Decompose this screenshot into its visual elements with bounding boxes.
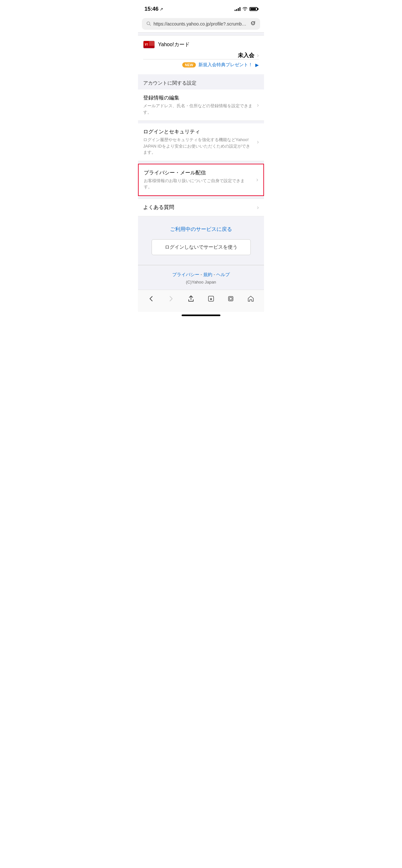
privacy-chevron: ›	[256, 176, 258, 183]
top-spacer	[138, 33, 264, 35]
url-search-icon	[146, 21, 151, 27]
status-bar: 15:46 ↗	[138, 0, 264, 16]
yahoo-card-logo: Y!	[143, 41, 155, 49]
account-settings-title: アカウントに関する設定	[143, 80, 197, 86]
menu-item-security-title: ログインとセキュリティ	[143, 128, 253, 135]
back-icon	[148, 295, 155, 304]
yahoo-card-chevron: ›	[257, 52, 259, 59]
menu-gap-1	[138, 121, 264, 123]
security-chevron: ›	[257, 138, 259, 145]
terms-link[interactable]: 規約	[203, 272, 212, 277]
svg-line-1	[150, 24, 151, 26]
footer-section: ご利用中のサービスに戻る ログインしないでサービスを使う	[138, 216, 264, 265]
new-banner-arrow: ▶	[255, 62, 259, 67]
menu-item-security-desc: ログイン履歴やセキュリティを強化する機能などYahoo! JAPAN IDをより…	[143, 136, 253, 156]
copyright: (C)Yahoo Japan	[143, 280, 259, 284]
nav-back-button[interactable]	[145, 294, 157, 306]
loginless-button[interactable]: ログインしないでサービスを使う	[151, 239, 251, 255]
svg-rect-5	[143, 46, 154, 49]
menu-item-profile-title: 登録情報の編集	[143, 95, 253, 101]
nav-share-button[interactable]	[185, 294, 197, 306]
new-badge: NEW	[182, 62, 196, 67]
section-gap	[138, 74, 264, 77]
faq-item[interactable]: よくある質問 ›	[138, 198, 264, 216]
menu-item-privacy-content: プライバシー・メール配信 お客様情報のお取り扱いについてご自身で設定できます。	[144, 169, 256, 190]
home-icon	[247, 295, 254, 304]
help-link[interactable]: ヘルプ	[216, 272, 230, 277]
url-text: https://accounts.yahoo.co.jp/profile?.sc…	[153, 21, 248, 27]
yahoo-card-row: Y! Yahoo!カード	[143, 41, 259, 49]
footer-links-row: プライバシー - 規約 - ヘルプ	[143, 272, 259, 278]
nav-tabs-button[interactable]	[225, 294, 237, 306]
separator-1: -	[200, 272, 203, 277]
nav-bookmark-button[interactable]	[205, 294, 217, 306]
faq-chevron: ›	[257, 204, 259, 211]
menu-item-privacy-title: プライバシー・メール配信	[144, 169, 252, 176]
yahoo-card-status: 未入会	[238, 52, 254, 59]
nav-home-button[interactable]	[245, 294, 257, 306]
forward-icon	[167, 295, 174, 304]
tabs-icon	[227, 295, 234, 304]
yahoo-card-status-row[interactable]: 未入会 ›	[143, 52, 259, 59]
status-icons	[235, 6, 258, 11]
reload-icon[interactable]	[251, 21, 256, 27]
menu-item-profile-content: 登録情報の編集 メールアドレス、氏名・住所などの登録情報を設定できます。	[143, 95, 257, 115]
battery-icon	[250, 7, 258, 11]
url-bar[interactable]: https://accounts.yahoo.co.jp/profile?.sc…	[142, 18, 260, 30]
menu-gap-3	[138, 196, 264, 198]
return-service-link[interactable]: ご利用中のサービスに戻る	[143, 226, 259, 233]
menu-item-profile-desc: メールアドレス、氏名・住所などの登録情報を設定できます。	[143, 103, 253, 115]
signal-icon	[235, 7, 240, 11]
yahoo-card-name: Yahoo!カード	[158, 41, 190, 48]
new-banner-text: 新規入会特典プレゼント！	[198, 62, 253, 68]
menu-item-privacy[interactable]: プライバシー・メール配信 お客様情報のお取り扱いについてご自身で設定できます。 …	[138, 164, 264, 196]
profile-chevron: ›	[257, 102, 259, 108]
footer-links: プライバシー - 規約 - ヘルプ (C)Yahoo Japan	[138, 265, 264, 290]
new-banner-row[interactable]: NEW 新規入会特典プレゼント！ ▶	[143, 59, 259, 69]
menu-item-privacy-desc: お客様情報のお取り扱いについてご自身で設定できます。	[144, 178, 252, 190]
faq-title: よくある質問	[143, 204, 174, 211]
svg-rect-8	[229, 298, 232, 300]
menu-gap-2	[138, 161, 264, 164]
yahoo-card-section: Y! Yahoo!カード 未入会 › NEW 新規入会特典プレゼント！ ▶	[138, 35, 264, 74]
menu-item-security-content: ログインとセキュリティ ログイン履歴やセキュリティを強化する機能などYahoo!…	[143, 128, 257, 156]
home-bar	[182, 314, 220, 316]
bookmark-icon	[207, 295, 214, 304]
status-time: 15:46 ↗	[144, 6, 163, 12]
time-display: 15:46	[144, 6, 159, 12]
menu-item-profile-edit[interactable]: 登録情報の編集 メールアドレス、氏名・住所などの登録情報を設定できます。 ›	[138, 89, 264, 121]
share-icon	[188, 295, 195, 304]
location-icon: ↗	[160, 7, 163, 11]
account-settings-header: アカウントに関する設定	[138, 77, 264, 89]
home-indicator	[138, 312, 264, 320]
wifi-icon	[242, 6, 248, 11]
menu-item-security[interactable]: ログインとセキュリティ ログイン履歴やセキュリティを強化する機能などYahoo!…	[138, 123, 264, 161]
svg-rect-7	[228, 297, 233, 301]
nav-forward-button[interactable]	[165, 294, 177, 306]
bottom-nav	[138, 290, 264, 312]
privacy-link[interactable]: プライバシー	[172, 272, 199, 277]
